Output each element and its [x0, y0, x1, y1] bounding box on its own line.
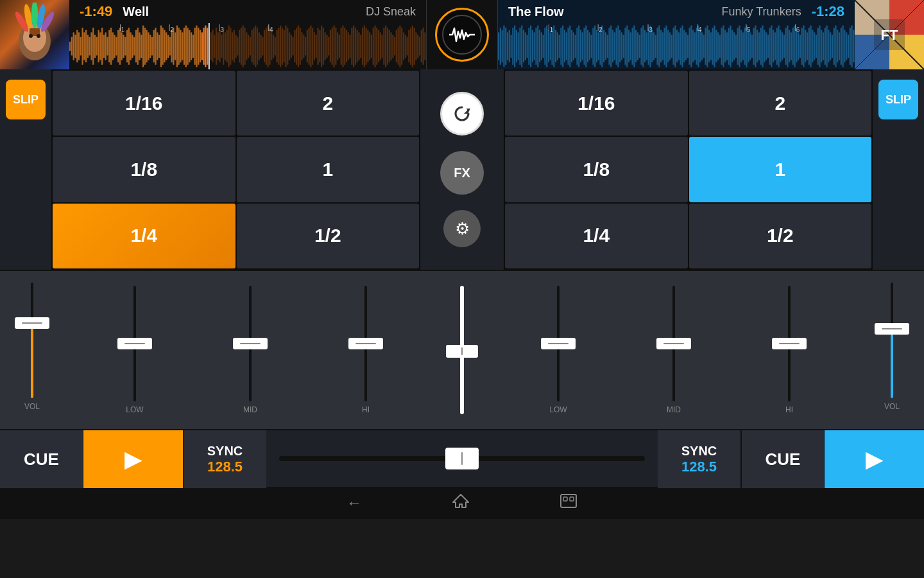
svg-rect-395 — [809, 28, 810, 65]
svg-rect-209 — [421, 30, 422, 62]
svg-rect-296 — [632, 28, 633, 65]
svg-rect-299 — [637, 32, 638, 60]
right-hi-thumb[interactable] — [772, 338, 807, 349]
svg-rect-321 — [676, 30, 678, 62]
left-mid-thumb[interactable] — [233, 338, 268, 349]
left-hi-fader[interactable] — [346, 286, 385, 401]
svg-text:1: 1 — [550, 26, 554, 33]
right-vol-fader[interactable] — [873, 283, 911, 398]
svg-rect-44 — [126, 30, 128, 62]
horizontal-crossfader-thumb[interactable] — [445, 448, 479, 469]
svg-rect-374 — [771, 26, 772, 67]
svg-rect-283 — [608, 28, 610, 65]
right-mid-fader[interactable] — [654, 286, 693, 401]
left-hi-thumb[interactable] — [348, 338, 383, 349]
left-vol-thumb[interactable] — [15, 317, 49, 329]
svg-rect-260 — [567, 28, 569, 65]
svg-rect-198 — [401, 28, 402, 65]
svg-rect-172 — [355, 28, 356, 65]
svg-rect-20 — [83, 32, 85, 60]
left-sync-button[interactable]: SYNC 128.5 — [183, 430, 266, 488]
svg-rect-298 — [635, 30, 637, 62]
right-play-button[interactable]: ▶ — [825, 430, 924, 488]
crossfader[interactable] — [456, 286, 468, 414]
svg-rect-88 — [205, 26, 206, 67]
svg-rect-36 — [112, 32, 114, 60]
nav-home-button[interactable] — [452, 493, 470, 512]
right-low-thumb[interactable] — [541, 338, 576, 349]
svg-rect-82 — [194, 28, 196, 65]
svg-rect-396 — [810, 26, 812, 67]
left-loop-1-8[interactable]: 1/8 — [53, 137, 235, 202]
svg-rect-357 — [740, 30, 742, 62]
svg-rect-104 — [234, 30, 235, 62]
left-vol-fader[interactable] — [13, 283, 51, 398]
right-loop-1-4[interactable]: 1/4 — [505, 204, 688, 268]
svg-rect-182 — [373, 28, 374, 65]
svg-rect-123 — [268, 26, 269, 67]
right-track-name: The Flow — [508, 4, 564, 19]
right-deck-info: The Flow Funky Trunkers -1:28 — [497, 0, 855, 69]
svg-rect-414 — [843, 26, 844, 67]
svg-rect-388 — [796, 30, 797, 62]
right-album-art[interactable]: FT — [855, 0, 924, 69]
svg-rect-379 — [780, 30, 781, 62]
svg-rect-346 — [721, 28, 723, 65]
left-cue-button[interactable]: CUE — [0, 430, 83, 488]
left-loop-2[interactable]: 2 — [237, 71, 420, 136]
left-low-thumb[interactable] — [117, 338, 152, 349]
right-waveform[interactable]: 1 2 3 4 5 6 — [498, 23, 855, 69]
svg-rect-246 — [543, 35, 544, 58]
svg-rect-28 — [98, 30, 99, 62]
reset-button[interactable] — [440, 92, 484, 136]
right-low-fader[interactable] — [539, 286, 578, 401]
right-sync-button[interactable]: SYNC 128.5 — [658, 430, 741, 488]
right-loop-2[interactable]: 2 — [689, 71, 872, 136]
svg-text:FT: FT — [881, 27, 898, 43]
right-cue-button[interactable]: CUE — [741, 430, 825, 488]
svg-rect-131 — [282, 28, 283, 65]
left-album-art[interactable] — [0, 0, 69, 69]
right-loop-1[interactable]: 1 — [689, 137, 872, 202]
right-loop-1-2[interactable]: 1/2 — [689, 204, 872, 268]
svg-rect-135 — [289, 32, 290, 60]
right-mid-thumb[interactable] — [656, 338, 691, 349]
svg-rect-146 — [309, 28, 310, 65]
horizontal-crossfader-track[interactable] — [279, 456, 645, 461]
fx-button[interactable]: FX — [440, 151, 484, 195]
svg-rect-238 — [528, 28, 529, 65]
svg-rect-94 — [216, 28, 217, 65]
svg-rect-176 — [362, 28, 363, 65]
left-loop-1-16[interactable]: 1/16 — [53, 71, 235, 136]
right-slip-button[interactable]: SLIP — [878, 80, 918, 119]
left-loop-1-4[interactable]: 1/4 — [53, 204, 235, 268]
left-play-button[interactable]: ▶ — [83, 430, 183, 488]
right-loop-1-16[interactable]: 1/16 — [505, 71, 688, 136]
svg-rect-381 — [783, 35, 785, 58]
svg-rect-120 — [262, 37, 263, 56]
svg-rect-144 — [305, 37, 306, 56]
left-waveform[interactable]: 1 2 3 4 — [69, 23, 426, 69]
right-mid-fader-group: MID — [654, 286, 693, 414]
left-loop-1-2[interactable]: 1/2 — [237, 204, 420, 268]
svg-rect-280 — [603, 30, 604, 62]
right-vol-thumb[interactable] — [875, 323, 909, 335]
right-loop-1-8[interactable]: 1/8 — [505, 137, 688, 202]
nav-back-button[interactable]: ← — [346, 494, 362, 512]
left-low-fader[interactable] — [116, 286, 154, 401]
svg-rect-107 — [239, 30, 240, 62]
left-mid-fader[interactable] — [231, 286, 270, 401]
svg-rect-356 — [739, 26, 740, 67]
svg-rect-127 — [275, 37, 276, 56]
nav-recent-button[interactable] — [560, 493, 578, 512]
left-loop-1[interactable]: 1 — [237, 137, 420, 202]
svg-rect-338 — [706, 26, 708, 67]
crossfader-thumb[interactable] — [446, 345, 478, 358]
right-hi-fader[interactable] — [770, 286, 809, 401]
svg-rect-96 — [219, 30, 221, 62]
svg-rect-115 — [253, 28, 254, 65]
settings-button[interactable]: ⚙ — [443, 210, 481, 247]
svg-rect-322 — [678, 32, 680, 60]
left-slip-button[interactable]: SLIP — [6, 80, 46, 119]
svg-rect-53 — [142, 26, 144, 67]
